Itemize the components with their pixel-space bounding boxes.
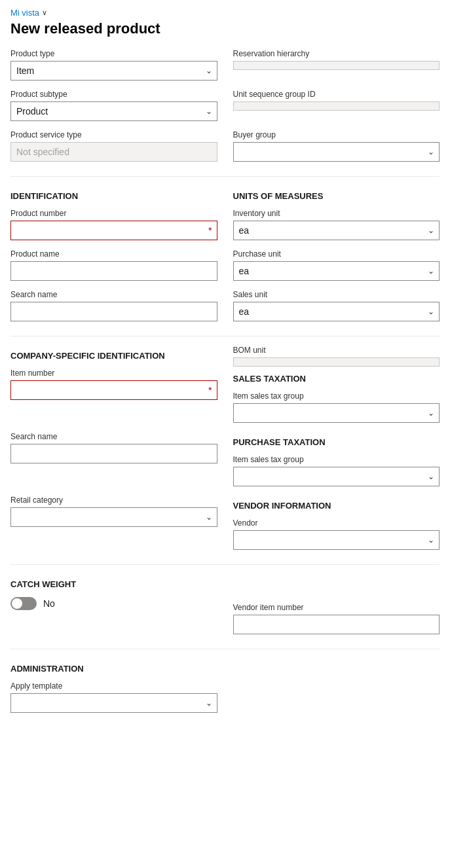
vendor-label: Vendor: [233, 518, 440, 528]
section-divider-2: [10, 336, 440, 336]
vendor-select[interactable]: [233, 530, 440, 550]
sales-unit-select-wrapper[interactable]: ea pcs ⌄: [233, 302, 440, 321]
company-search-name-input[interactable]: [10, 444, 217, 463]
product-service-type-input: Not specified: [10, 142, 217, 162]
units-header: UNITS OF MEASURES: [233, 191, 440, 201]
vendor-select-wrapper[interactable]: ⌄: [233, 530, 440, 550]
product-number-input[interactable]: [10, 221, 217, 240]
product-subtype-field: Product subtype Product Product master ⌄: [10, 90, 217, 121]
apply-template-label: Apply template: [10, 681, 217, 691]
catch-weight-toggle-row: No: [10, 597, 217, 610]
company-search-name-field: Search name: [10, 432, 217, 486]
bom-unit-label: BOM unit: [233, 346, 440, 355]
vendor-item-number-input[interactable]: [233, 615, 440, 634]
product-name-input[interactable]: [10, 261, 217, 281]
item-number-input[interactable]: [10, 380, 217, 400]
buyer-group-label: Buyer group: [233, 130, 440, 139]
sales-taxation-header: SALES TAXATION: [233, 374, 440, 384]
item-number-field: Item number *: [10, 369, 217, 423]
retail-category-label: Retail category: [10, 496, 217, 505]
item-sales-tax-group-sales-label: Item sales tax group: [233, 391, 440, 401]
section-divider-3: [10, 564, 440, 565]
product-type-label: Product type: [10, 49, 217, 58]
product-subtype-label: Product subtype: [10, 90, 217, 99]
product-number-label: Product number: [10, 209, 217, 218]
toggle-knob: [12, 598, 22, 609]
retail-category-field: Retail category ⌄: [10, 496, 217, 550]
item-sales-tax-group-sales-select[interactable]: [233, 403, 440, 423]
administration-header: ADMINISTRATION: [10, 664, 217, 674]
purchase-unit-label: Purchase unit: [233, 249, 440, 259]
reservation-hierarchy-field: Reservation hierarchy: [233, 49, 440, 81]
product-type-field: Product type Item Service ⌄: [10, 49, 217, 81]
item-sales-tax-group-purchase-select-wrapper[interactable]: ⌄: [233, 467, 440, 486]
product-number-wrapper: *: [10, 221, 217, 240]
inventory-unit-select[interactable]: ea pcs: [233, 221, 440, 240]
reservation-hierarchy-input: [233, 61, 440, 70]
unit-sequence-label: Unit sequence group ID: [233, 90, 440, 99]
apply-template-select-wrapper[interactable]: ⌄: [10, 693, 217, 713]
product-name-label: Product name: [10, 249, 217, 259]
item-sales-tax-group-sales-field: Item sales tax group ⌄: [233, 391, 440, 423]
inventory-unit-select-wrapper[interactable]: ea pcs ⌄: [233, 221, 440, 240]
retail-category-select-wrapper[interactable]: ⌄: [10, 507, 217, 527]
inventory-unit-field: Inventory unit ea pcs ⌄: [233, 209, 440, 240]
product-type-select-wrapper[interactable]: Item Service ⌄: [10, 61, 217, 81]
breadcrumb-label: Mi vista: [10, 8, 39, 18]
sales-unit-field: Sales unit ea pcs ⌄: [233, 290, 440, 321]
catch-weight-toggle[interactable]: [10, 597, 37, 610]
item-number-label: Item number: [10, 369, 217, 378]
vendor-item-number-field: Vendor item number: [233, 603, 440, 634]
item-sales-tax-group-purchase-field: Item sales tax group ⌄: [233, 455, 440, 486]
unit-sequence-input: [233, 101, 440, 111]
product-subtype-select-wrapper[interactable]: Product Product master ⌄: [10, 101, 217, 121]
vendor-field: Vendor ⌄: [233, 518, 440, 550]
chevron-down-icon: ∨: [42, 9, 47, 17]
inventory-unit-label: Inventory unit: [233, 209, 440, 218]
product-service-type-label: Product service type: [10, 130, 217, 139]
sales-unit-select[interactable]: ea pcs: [233, 302, 440, 321]
purchase-unit-select[interactable]: ea pcs: [233, 261, 440, 281]
vendor-information-header: VENDOR INFORMATION: [233, 501, 440, 511]
identification-header: IDENTIFICATION: [10, 191, 217, 201]
bom-unit-field: BOM unit: [233, 346, 440, 369]
apply-template-field: Apply template ⌄: [10, 681, 217, 713]
unit-sequence-field: Unit sequence group ID: [233, 90, 440, 121]
item-sales-tax-group-purchase-label: Item sales tax group: [233, 455, 440, 464]
apply-template-select[interactable]: [10, 693, 217, 713]
product-name-field: Product name: [10, 249, 217, 281]
product-number-field: Product number *: [10, 209, 217, 240]
company-identification-header: COMPANY-SPECIFIC IDENTIFICATION: [10, 351, 217, 361]
section-divider-4: [10, 649, 440, 649]
product-type-select[interactable]: Item Service: [10, 61, 217, 81]
company-search-name-label: Search name: [10, 432, 217, 441]
search-name-label: Search name: [10, 290, 217, 299]
page-title: New released product: [10, 20, 440, 37]
purchase-unit-field: Purchase unit ea pcs ⌄: [233, 249, 440, 281]
item-sales-tax-group-purchase-select[interactable]: [233, 467, 440, 486]
item-number-wrapper: *: [10, 380, 217, 400]
catch-weight-header: CATCH WEIGHT: [10, 579, 217, 589]
retail-category-select[interactable]: [10, 507, 217, 527]
product-service-type-field: Product service type Not specified: [10, 130, 217, 162]
buyer-group-field: Buyer group ⌄: [233, 130, 440, 162]
bom-unit-input: [233, 357, 440, 367]
search-name-input[interactable]: [10, 302, 217, 321]
breadcrumb[interactable]: Mi vista ∨: [10, 8, 440, 18]
search-name-field: Search name: [10, 290, 217, 321]
buyer-group-select-wrapper[interactable]: ⌄: [233, 142, 440, 162]
product-subtype-select[interactable]: Product Product master: [10, 101, 217, 121]
item-sales-tax-group-sales-select-wrapper[interactable]: ⌄: [233, 403, 440, 423]
sales-unit-label: Sales unit: [233, 290, 440, 299]
reservation-hierarchy-label: Reservation hierarchy: [233, 49, 440, 58]
catch-weight-toggle-label: No: [43, 598, 55, 609]
buyer-group-select[interactable]: [233, 142, 440, 162]
purchase-taxation-header: PURCHASE TAXATION: [233, 437, 440, 447]
section-divider-1: [10, 176, 440, 177]
vendor-item-number-label: Vendor item number: [233, 603, 440, 612]
purchase-unit-select-wrapper[interactable]: ea pcs ⌄: [233, 261, 440, 281]
